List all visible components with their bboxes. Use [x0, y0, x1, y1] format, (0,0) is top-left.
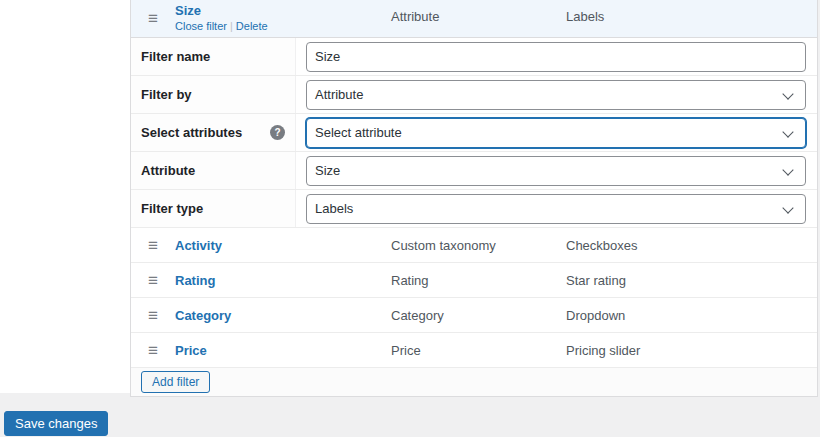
save-changes-button[interactable]: Save changes	[4, 411, 108, 436]
filter-type-row: Filter type Labels	[131, 190, 817, 228]
select-attributes-select[interactable]: Select attribute	[306, 118, 806, 148]
row-type-value: Pricing slider	[566, 343, 640, 358]
filter-row-price: ≡ Price Price Pricing slider	[131, 333, 817, 368]
actions-separator: |	[230, 20, 233, 32]
filter-by-row: Filter by Attribute	[131, 76, 817, 114]
filter-name-link-category[interactable]: Category	[175, 308, 231, 323]
filter-row-activity: ≡ Activity Custom taxonomy Checkboxes	[131, 228, 817, 263]
filter-type-select[interactable]: Labels	[306, 194, 806, 224]
attribute-selected-value: Size	[315, 163, 340, 178]
row-type-value: Dropdown	[566, 308, 625, 323]
column-header-attribute: Attribute	[391, 9, 439, 24]
drag-handle-icon[interactable]: ≡	[131, 10, 175, 27]
filter-row-category: ≡ Category Category Dropdown	[131, 298, 817, 333]
chevron-down-icon	[782, 126, 793, 137]
delete-filter-link[interactable]: Delete	[236, 20, 268, 32]
row-attribute-value: Rating	[391, 273, 429, 288]
filter-name-link-activity[interactable]: Activity	[175, 238, 222, 253]
filter-name-cell: Size Close filter|Delete	[175, 3, 268, 34]
select-attributes-label: Select attributes	[141, 125, 242, 140]
row-attribute-value: Category	[391, 308, 444, 323]
filter-name-label: Filter name	[141, 49, 210, 64]
chevron-down-icon	[782, 88, 793, 99]
attribute-label: Attribute	[141, 163, 195, 178]
chevron-down-icon	[782, 202, 793, 213]
help-icon[interactable]: ?	[270, 125, 285, 140]
filter-name-link-price[interactable]: Price	[175, 343, 207, 358]
add-filter-button[interactable]: Add filter	[141, 371, 210, 393]
row-type-value: Star rating	[566, 273, 626, 288]
select-attributes-row: Select attributes ? Select attribute	[131, 114, 817, 152]
chevron-down-icon	[782, 164, 793, 175]
drag-handle-icon[interactable]: ≡	[131, 237, 175, 254]
filter-by-label: Filter by	[141, 87, 192, 102]
filter-name-row: Filter name	[131, 38, 817, 76]
filters-table: ≡ Size Close filter|Delete Attribute Lab…	[130, 0, 818, 397]
row-attribute-value: Price	[391, 343, 421, 358]
filter-by-select[interactable]: Attribute	[306, 80, 806, 110]
attribute-row: Attribute Size	[131, 152, 817, 190]
select-attributes-selected-value: Select attribute	[315, 125, 402, 140]
row-type-value: Checkboxes	[566, 238, 638, 253]
add-filter-row: Add filter	[131, 368, 817, 396]
filter-type-selected-value: Labels	[315, 201, 353, 216]
row-attribute-value: Custom taxonomy	[391, 238, 496, 253]
filter-by-selected-value: Attribute	[315, 87, 363, 102]
filter-row-rating: ≡ Rating Rating Star rating	[131, 263, 817, 298]
filter-name-input[interactable]	[306, 42, 806, 72]
attribute-select[interactable]: Size	[306, 156, 806, 186]
close-filter-link[interactable]: Close filter	[175, 20, 227, 32]
filter-row-actions: Close filter|Delete	[175, 20, 268, 34]
drag-handle-icon[interactable]: ≡	[131, 342, 175, 359]
column-header-labels: Labels	[566, 9, 604, 24]
filter-type-label: Filter type	[141, 201, 203, 216]
drag-handle-icon[interactable]: ≡	[131, 307, 175, 324]
filter-name-link-size[interactable]: Size	[175, 3, 268, 19]
drag-handle-icon[interactable]: ≡	[131, 272, 175, 289]
filter-row-size-header: ≡ Size Close filter|Delete Attribute Lab…	[131, 0, 817, 38]
filter-name-link-rating[interactable]: Rating	[175, 273, 215, 288]
